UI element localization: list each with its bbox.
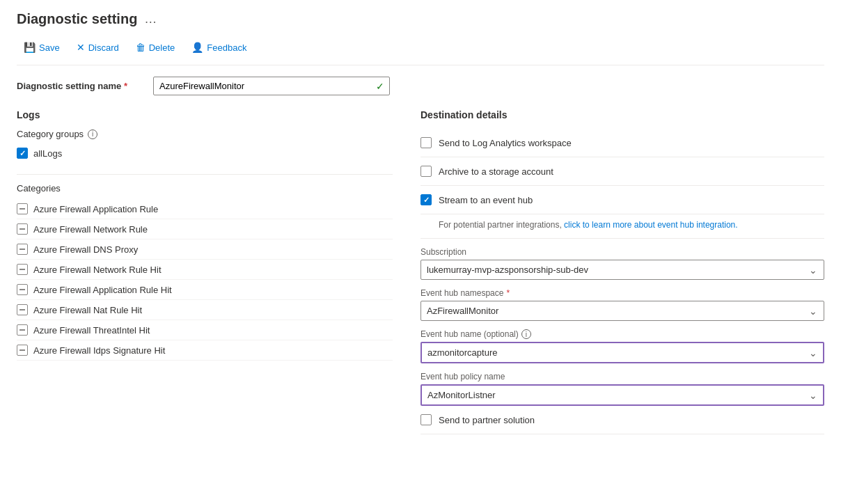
required-indicator: * — [124, 81, 127, 91]
category-item: Azure Firewall Idps Signature Hit — [17, 340, 393, 361]
category-label: Azure Firewall Network Rule Hit — [33, 265, 162, 275]
storage-account-option: Archive to a storage account — [420, 157, 824, 186]
event-hub-ns-select[interactable]: AzFirewallMonitor — [420, 301, 824, 321]
category-item: Azure Firewall Network Rule — [17, 219, 393, 239]
feedback-button[interactable]: 👤 Feedback — [184, 38, 253, 56]
event-hub-policy-wrapper: AzMonitorListner — [420, 384, 824, 406]
category-checkbox[interactable] — [17, 264, 28, 275]
all-logs-checkbox[interactable] — [17, 148, 28, 159]
log-analytics-label[interactable]: Send to Log Analytics workspace — [439, 138, 572, 148]
category-checkbox[interactable] — [17, 244, 28, 255]
category-item: Azure Firewall ThreatIntel Hit — [17, 320, 393, 340]
page-title: Diagnostic setting — [17, 11, 137, 27]
category-label: Azure Firewall Application Rule — [33, 204, 158, 214]
partner-info-link[interactable]: click to learn more about event hub inte… — [564, 220, 737, 230]
delete-button[interactable]: 🗑 Delete — [129, 38, 182, 56]
category-item: Azure Firewall DNS Proxy — [17, 239, 393, 260]
event-hub-name-wrapper: azmonitorcapture — [420, 342, 824, 363]
subscription-label: Subscription — [420, 247, 824, 257]
category-checkbox[interactable] — [17, 203, 28, 214]
destination-section-title: Destination details — [420, 109, 824, 120]
save-icon: 💾 — [24, 42, 36, 53]
feedback-icon: 👤 — [191, 42, 203, 53]
delete-icon: 🗑 — [136, 42, 146, 53]
subscription-select[interactable]: lukemurray-mvp-azsponsorship-sub-dev — [420, 260, 824, 280]
category-groups-info-icon[interactable]: i — [88, 129, 97, 139]
log-analytics-option: Send to Log Analytics workspace — [420, 129, 824, 157]
main-content: Logs Category groups i allLogs Categorie… — [17, 109, 824, 434]
event-hub-policy-group: Event hub policy name AzMonitorListner — [420, 372, 824, 406]
logs-divider — [17, 174, 393, 175]
destination-panel: Destination details Send to Log Analytic… — [420, 109, 824, 434]
category-label: Azure Firewall DNS Proxy — [33, 244, 138, 255]
subscription-wrapper: lukemurray-mvp-azsponsorship-sub-dev — [420, 260, 824, 280]
category-label: Azure Firewall Network Rule — [33, 224, 148, 235]
event-hub-policy-select[interactable]: AzMonitorListner — [420, 384, 824, 406]
category-checkbox[interactable] — [17, 223, 28, 235]
event-hub-label[interactable]: Stream to an event hub — [439, 195, 533, 205]
storage-account-checkbox[interactable] — [420, 166, 432, 177]
send-partner-option: Send to partner solution — [420, 406, 824, 434]
category-groups-header: Category groups i — [17, 129, 393, 139]
save-button[interactable]: 💾 Save — [17, 38, 67, 56]
category-checkbox[interactable] — [17, 284, 28, 295]
discard-icon: ✕ — [77, 42, 85, 53]
setting-name-row: Diagnostic setting name * ✓ — [17, 77, 824, 95]
event-hub-ns-wrapper: AzFirewallMonitor — [420, 301, 824, 321]
subscription-group: Subscription lukemurray-mvp-azsponsorshi… — [420, 247, 824, 280]
event-hub-name-select[interactable]: azmonitorcapture — [420, 342, 824, 363]
event-hub-ns-label: Event hub namespace * — [420, 288, 824, 298]
category-label: Azure Firewall Nat Rule Hit — [33, 305, 142, 315]
category-item: Azure Firewall Application Rule Hit — [17, 280, 393, 300]
event-hub-name-info-icon[interactable]: i — [521, 329, 531, 339]
category-label: Azure Firewall ThreatIntel Hit — [33, 325, 150, 336]
event-hub-option: Stream to an event hub — [420, 186, 824, 214]
setting-name-input-wrapper: ✓ — [153, 77, 390, 95]
category-checkbox[interactable] — [17, 345, 28, 356]
event-hub-checkbox[interactable] — [420, 194, 432, 205]
event-hub-policy-label: Event hub policy name — [420, 372, 824, 381]
event-hub-ns-required: * — [506, 288, 510, 298]
setting-name-label: Diagnostic setting name * — [17, 81, 142, 91]
category-label: Azure Firewall Application Rule Hit — [33, 285, 172, 295]
category-item: Azure Firewall Network Rule Hit — [17, 260, 393, 280]
category-item: Azure Firewall Nat Rule Hit — [17, 300, 393, 320]
send-partner-checkbox[interactable] — [420, 414, 432, 425]
discard-button[interactable]: ✕ Discard — [70, 38, 126, 56]
page-options-icon[interactable]: … — [144, 12, 157, 26]
logs-section-title: Logs — [17, 109, 393, 120]
category-groups-section: Category groups i allLogs — [17, 129, 393, 160]
all-logs-label[interactable]: allLogs — [33, 148, 62, 159]
log-analytics-checkbox[interactable] — [420, 137, 432, 148]
input-valid-icon: ✓ — [376, 81, 384, 92]
all-logs-row: allLogs — [17, 146, 393, 160]
categories-section: Categories Azure Firewall Application Ru… — [17, 183, 393, 361]
toolbar: 💾 Save ✕ Discard 🗑 Delete 👤 Feedback — [17, 38, 824, 65]
categories-list: Azure Firewall Application RuleAzure Fir… — [17, 199, 393, 361]
category-checkbox[interactable] — [17, 304, 28, 315]
category-checkbox[interactable] — [17, 324, 28, 336]
category-groups-label: Category groups — [17, 129, 84, 139]
category-label: Azure Firewall Idps Signature Hit — [33, 345, 165, 356]
event-hub-name-label: Event hub name (optional) i — [420, 329, 824, 339]
logs-panel: Logs Category groups i allLogs Categorie… — [17, 109, 393, 434]
event-hub-ns-group: Event hub namespace * AzFirewallMonitor — [420, 288, 824, 321]
send-partner-label[interactable]: Send to partner solution — [439, 415, 535, 425]
storage-account-label[interactable]: Archive to a storage account — [439, 166, 553, 177]
category-item: Azure Firewall Application Rule — [17, 199, 393, 219]
setting-name-input[interactable] — [153, 77, 390, 95]
partner-info: For potential partner integrations, clic… — [420, 214, 824, 239]
event-hub-name-group: Event hub name (optional) i azmonitorcap… — [420, 329, 824, 363]
categories-title: Categories — [17, 183, 393, 194]
